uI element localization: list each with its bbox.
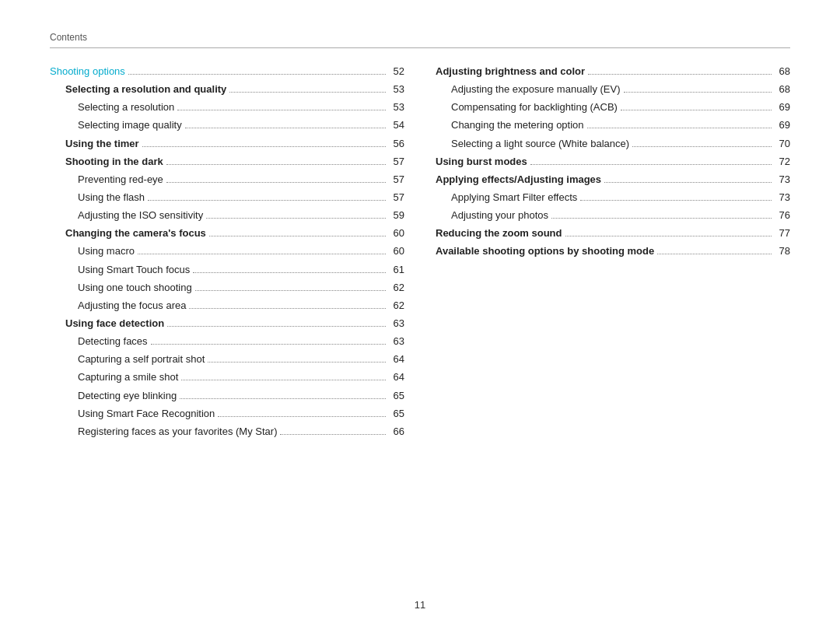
toc-entry: Using Smart Face Recognition65: [50, 406, 404, 422]
toc-entry-text: Adjusting the ISO sensitivity: [78, 208, 203, 223]
toc-page: 62: [389, 280, 404, 296]
header-label: Contents: [50, 32, 87, 43]
toc-dots: [189, 308, 386, 309]
toc-dots: [185, 128, 386, 128]
toc-entry: Shooting options52: [50, 64, 404, 79]
toc-page: 57: [389, 154, 404, 170]
toc-page: 61: [389, 262, 404, 278]
toc-entry-text: Adjusting brightness and color: [436, 64, 585, 79]
toc-page: 76: [775, 208, 790, 223]
toc-entry: Selecting image quality54: [50, 117, 404, 133]
toc-dots: [621, 110, 772, 110]
toc-page: 62: [389, 298, 404, 313]
toc-entry-text: Adjusting the focus area: [78, 298, 186, 313]
toc-entry: Using the timer56: [50, 136, 404, 152]
toc-entry-text: Using one touch shooting: [78, 280, 192, 296]
toc-dots: [167, 326, 386, 327]
toc-entry-text: Applying effects/Adjusting images: [436, 172, 601, 187]
toc-entry-text: Shooting options: [50, 64, 125, 79]
toc-dots: [565, 236, 772, 236]
toc-entry-text: Available shooting options by shooting m…: [436, 243, 654, 259]
toc-dots: [177, 110, 386, 110]
toc-dots: [148, 200, 386, 201]
toc-entry: Adjusting your photos76: [436, 208, 790, 223]
toc-page: 60: [389, 243, 404, 259]
toc-entry-text: Selecting a light source (White balance): [451, 136, 629, 152]
toc-page: 57: [389, 172, 404, 187]
toc-page: 53: [389, 82, 404, 97]
toc-dots: [624, 92, 772, 93]
toc-entry-text: Reducing the zoom sound: [436, 226, 562, 241]
toc-page: 53: [389, 100, 404, 115]
toc-dots: [180, 398, 386, 399]
header-section: Contents: [50, 31, 790, 48]
toc-page: 73: [775, 172, 790, 187]
toc-page: 64: [389, 352, 404, 367]
page-number: 11: [415, 599, 425, 611]
toc-dots: [530, 164, 772, 165]
toc-dots: [551, 218, 772, 219]
toc-entry: Using burst modes72: [436, 154, 790, 170]
toc-entry-text: Capturing a self portrait shot: [78, 352, 205, 367]
toc-dots: [604, 182, 772, 183]
toc-dots: [587, 128, 772, 128]
toc-page: 72: [775, 154, 790, 170]
toc-entry: Registering faces as your favorites (My …: [50, 424, 404, 440]
toc-dots: [588, 74, 772, 75]
toc-dots: [632, 146, 772, 147]
toc-entry: Using Smart Touch focus61: [50, 262, 404, 278]
toc-entry-text: Applying Smart Filter effects: [451, 190, 577, 205]
toc-entry: Applying effects/Adjusting images73: [436, 172, 790, 187]
toc-dots: [151, 344, 386, 345]
toc-entry-text: Preventing red-eye: [78, 172, 163, 187]
toc-entry-text: Capturing a smile shot: [78, 370, 178, 385]
toc-page: 63: [389, 334, 404, 349]
toc-entry-text: Detecting eye blinking: [78, 388, 177, 404]
toc-entry: Adjusting the exposure manually (EV)68: [436, 82, 790, 97]
toc-entry-text: Selecting a resolution: [78, 100, 174, 115]
toc-entry-text: Adjusting your photos: [451, 208, 548, 223]
right-column: Adjusting brightness and color68Adjustin…: [436, 64, 790, 442]
toc-dots: [229, 92, 386, 93]
toc-dots: [195, 290, 386, 291]
toc-entry: Adjusting the focus area62: [50, 298, 404, 313]
toc-entry: Using the flash57: [50, 190, 404, 205]
left-column: Shooting options52Selecting a resolution…: [50, 64, 404, 442]
toc-entry-text: Compensating for backlighting (ACB): [451, 100, 618, 115]
toc-dots: [166, 164, 386, 165]
toc-entry: Applying Smart Filter effects73: [436, 190, 790, 205]
toc-page: 68: [775, 64, 790, 79]
toc-dots: [280, 434, 386, 435]
toc-page: 69: [775, 100, 790, 115]
toc-entry-text: Using Smart Touch focus: [78, 262, 190, 278]
toc-entry-text: Selecting a resolution and quality: [65, 82, 226, 97]
toc-dots: [166, 182, 386, 183]
toc-dots: [209, 236, 386, 236]
toc-page: 77: [775, 226, 790, 241]
toc-page: 56: [389, 136, 404, 152]
toc-entry: Capturing a self portrait shot64: [50, 352, 404, 367]
toc-entry: Using face detection63: [50, 316, 404, 331]
toc-dots: [138, 254, 386, 254]
toc-columns: Shooting options52Selecting a resolution…: [50, 64, 790, 442]
toc-dots: [206, 218, 386, 219]
toc-page: 54: [389, 117, 404, 133]
toc-entry: Detecting eye blinking65: [50, 388, 404, 404]
toc-page: 68: [775, 82, 790, 97]
toc-entry: Selecting a light source (White balance)…: [436, 136, 790, 152]
toc-entry: Selecting a resolution and quality53: [50, 82, 404, 97]
toc-entry: Preventing red-eye57: [50, 172, 404, 187]
toc-entry-text: Registering faces as your favorites (My …: [78, 424, 277, 440]
toc-page: 65: [389, 388, 404, 404]
toc-entry: Selecting a resolution53: [50, 100, 404, 115]
toc-entry-text: Changing the metering option: [451, 117, 584, 133]
toc-dots: [181, 380, 386, 380]
toc-page: 70: [775, 136, 790, 152]
toc-entry-text: Using the flash: [78, 190, 145, 205]
toc-page: 63: [389, 316, 404, 331]
toc-dots: [128, 74, 386, 75]
toc-entry-text: Selecting image quality: [78, 117, 182, 133]
toc-entry: Adjusting the ISO sensitivity59: [50, 208, 404, 223]
toc-dots: [208, 362, 386, 363]
toc-page: 73: [775, 190, 790, 205]
